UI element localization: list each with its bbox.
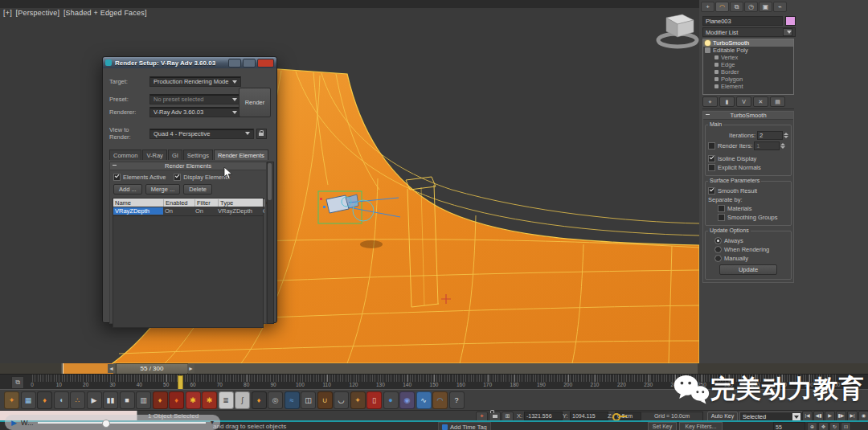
smoke-ring-icon[interactable]: ◎: [268, 391, 283, 409]
update-button[interactable]: Update: [719, 264, 777, 275]
beer-mug-icon[interactable]: ∪: [317, 391, 333, 409]
viewport-menu-shading[interactable]: [Shaded + Edged Faces]: [63, 9, 147, 17]
viewport-menu-view[interactable]: [Perspective]: [16, 9, 60, 17]
candle-flame-icon[interactable]: ♦: [252, 391, 267, 409]
y-coordinate-field[interactable]: 1094.115: [570, 412, 608, 420]
note-page-icon[interactable]: ≣: [219, 391, 234, 409]
dialog-titlebar[interactable]: Render Setup: V-Ray Adv 3.60.03: [103, 57, 276, 68]
table-cell[interactable]: VRayZDepth: [216, 207, 261, 215]
turbosmooth-rollout-header[interactable]: TurboSmooth: [703, 112, 793, 120]
water-dome-icon[interactable]: ◖: [54, 391, 69, 409]
trash-icon[interactable]: ▥: [136, 391, 151, 409]
tab-settings[interactable]: Settings: [183, 149, 213, 160]
stack-item-turbosmooth[interactable]: TurboSmooth: [703, 39, 793, 47]
statue-icon[interactable]: ✦: [350, 391, 366, 409]
current-frame-marker[interactable]: [178, 375, 183, 390]
add-time-tag-button[interactable]: Add Time Tag: [438, 422, 491, 430]
smoothing-groups-checkbox[interactable]: [718, 214, 725, 221]
modifier-stack[interactable]: TurboSmoothEditable PolyVertexEdgeBorder…: [702, 39, 794, 95]
object-name-field[interactable]: Plane003: [702, 16, 783, 26]
table-cell[interactable]: C:\...: [261, 207, 264, 215]
target-dropdown[interactable]: Production Rendering Mode: [149, 76, 241, 87]
orbit-button[interactable]: ↻: [829, 422, 840, 430]
stop-tool-icon[interactable]: ■: [120, 391, 135, 409]
zoom-region-button[interactable]: ⊡: [841, 422, 851, 430]
smooth-result-checkbox[interactable]: [708, 187, 715, 195]
modifier-list-dropdown[interactable]: Modifier List: [702, 27, 796, 37]
make-unique-icon[interactable]: V: [736, 96, 751, 107]
hand-2-icon[interactable]: ✱: [202, 391, 217, 409]
maximize-icon[interactable]: [243, 59, 256, 68]
merge-element-button[interactable]: Merge ...: [145, 184, 181, 195]
table-cell[interactable]: VRayZDepth: [113, 207, 163, 215]
stack-item-border[interactable]: Border: [703, 68, 793, 76]
viewcube[interactable]: [658, 14, 697, 47]
create-tab-icon[interactable]: +: [701, 2, 714, 12]
play-tool-icon[interactable]: ▶: [87, 391, 102, 409]
stack-item-polygon[interactable]: Polygon: [703, 76, 793, 83]
render-button[interactable]: Render: [239, 88, 271, 117]
when-rendering-radio[interactable]: [714, 246, 722, 253]
zoom-extents-button[interactable]: ⊕: [807, 422, 817, 430]
scrollbar-thumb[interactable]: [268, 163, 272, 200]
configure-modifier-sets-icon[interactable]: ▤: [770, 96, 785, 107]
chevron-down-icon[interactable]: ▾: [211, 419, 214, 426]
blue-ball-icon[interactable]: ●: [383, 391, 399, 409]
pause-tool-icon[interactable]: ▮▮: [103, 391, 118, 409]
progress-knob[interactable]: [102, 420, 110, 428]
add-element-button[interactable]: Add ...: [113, 184, 142, 195]
column-header[interactable]: Enabled: [164, 199, 195, 207]
recorder-overlay[interactable]: ▶ W... ▾: [5, 415, 220, 430]
flame-tool-icon[interactable]: ♦: [37, 391, 52, 409]
spinner-icon[interactable]: [780, 143, 785, 149]
renderer-dropdown[interactable]: V-Ray Adv 3.60.03: [149, 107, 241, 117]
modify-tab-icon[interactable]: ◠: [715, 2, 729, 12]
preset-dropdown[interactable]: No preset selected: [149, 94, 241, 104]
mound-icon[interactable]: ◠: [432, 391, 448, 409]
disc-icon[interactable]: ◉: [399, 391, 415, 409]
recorder-progress[interactable]: [38, 422, 206, 424]
explicit-normals-checkbox[interactable]: [708, 164, 715, 171]
manually-radio[interactable]: [714, 255, 722, 262]
table-cell[interactable]: On: [163, 207, 194, 215]
tab-gi[interactable]: GI: [168, 149, 182, 160]
spinner-icon[interactable]: [784, 133, 788, 138]
table-row[interactable]: VRayZDepthOnOnVRayZDepthC:\...: [113, 207, 263, 215]
show-end-result-icon[interactable]: ▮: [719, 96, 735, 107]
view-to-render-dropdown[interactable]: Quad 4 - Perspective: [149, 129, 254, 139]
close-icon[interactable]: [257, 59, 274, 68]
always-radio[interactable]: [714, 237, 722, 244]
table-cell[interactable]: On: [194, 207, 216, 215]
particles-icon[interactable]: ∴: [70, 391, 85, 409]
red-door-icon[interactable]: ▯: [366, 391, 382, 409]
help-icon[interactable]: ?: [449, 391, 465, 409]
viewport-menu-plus[interactable]: [+]: [3, 9, 12, 17]
prev-frame-arrow[interactable]: ◄: [108, 364, 115, 373]
next-frame-arrow[interactable]: ►: [187, 364, 194, 373]
render-iters-checkbox[interactable]: [708, 142, 715, 149]
delete-element-button[interactable]: Delete: [183, 184, 212, 195]
dialog-scrollbar[interactable]: [267, 162, 274, 324]
object-color-swatch[interactable]: [785, 16, 796, 26]
render-iters-field[interactable]: 1: [754, 141, 780, 150]
tab-common[interactable]: Common: [109, 149, 141, 160]
minimize-icon[interactable]: [228, 59, 241, 68]
stack-item-element[interactable]: Element: [703, 83, 793, 90]
column-header[interactable]: Name: [113, 199, 164, 207]
stack-item-edge[interactable]: Edge: [703, 61, 793, 68]
materials-checkbox[interactable]: [718, 205, 725, 212]
element-list-empty-area[interactable]: [113, 216, 264, 328]
rollout-header[interactable]: Render Elements: [110, 162, 266, 170]
tab-v-ray[interactable]: V-Ray: [142, 149, 166, 160]
utilities-tab-icon[interactable]: ⌁: [773, 2, 787, 12]
fire-1-icon[interactable]: ♦: [153, 391, 168, 409]
stack-item-vertex[interactable]: Vertex: [703, 54, 793, 61]
cream-cup-icon[interactable]: ◡: [334, 391, 349, 409]
motion-tab-icon[interactable]: ◷: [744, 2, 758, 12]
lock-view-button[interactable]: [256, 129, 267, 139]
hand-1-icon[interactable]: ✱: [186, 391, 201, 409]
character-tool-icon[interactable]: ✦: [4, 391, 19, 409]
iterations-field[interactable]: 2: [757, 131, 783, 140]
wave-icon[interactable]: ∿: [416, 391, 432, 409]
column-header[interactable]: Type: [219, 199, 264, 207]
